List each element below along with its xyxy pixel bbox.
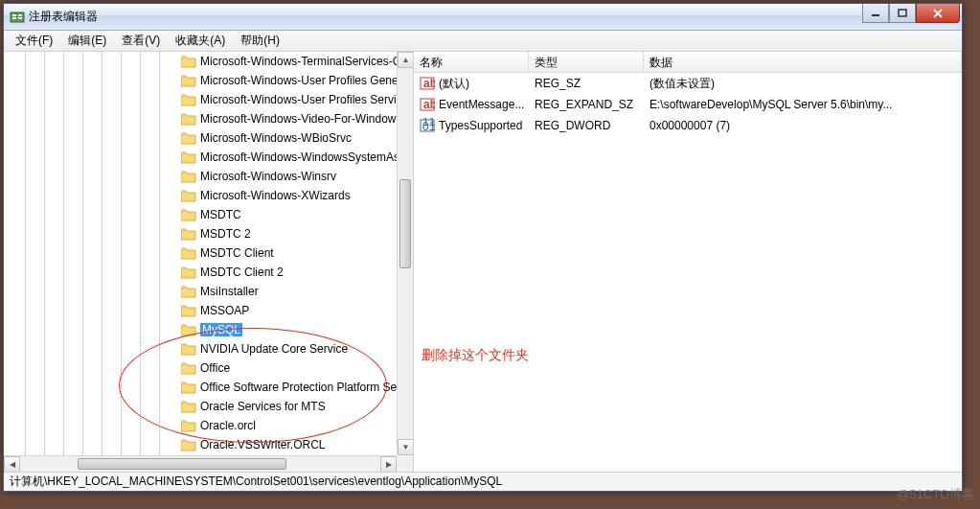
tree-node[interactable]: Microsoft-Windows-TerminalServices-C: [4, 52, 397, 71]
tree-vertical-scrollbar[interactable]: ▲ ▼: [397, 52, 413, 455]
list-header: 名称 类型 数据: [414, 52, 962, 73]
value-name: EventMessage...: [439, 98, 524, 111]
binary-value-icon: 110011: [420, 118, 435, 133]
folder-icon: [181, 438, 196, 451]
svg-rect-4: [18, 17, 22, 19]
vscroll-track[interactable]: [398, 68, 413, 439]
svg-rect-3: [18, 14, 22, 16]
tree-node[interactable]: Microsoft-Windows-XWizards: [4, 186, 397, 205]
folder-icon: [181, 361, 196, 375]
svg-rect-6: [899, 10, 906, 16]
tree-node[interactable]: Microsoft-Windows-WBioSrvc: [4, 128, 397, 148]
value-name: TypesSupported: [439, 119, 522, 132]
menu-help[interactable]: 帮助(H): [233, 31, 287, 51]
menu-file[interactable]: 文件(F): [8, 31, 60, 51]
hscroll-track[interactable]: [20, 456, 380, 472]
titlebar[interactable]: 注册表编辑器: [4, 4, 962, 31]
folder-icon: [181, 208, 196, 221]
folder-icon: [181, 55, 196, 68]
tree-node[interactable]: MSDTC 2: [4, 224, 397, 243]
tree-node-label: Office Software Protection Platform Ser: [200, 381, 397, 394]
tree-viewport[interactable]: Microsoft-Windows-TerminalServices-CMicr…: [4, 52, 397, 455]
tree-horizontal-scrollbar[interactable]: ◀ ▶: [4, 455, 397, 472]
scroll-up-button[interactable]: ▲: [398, 52, 414, 68]
scroll-down-button[interactable]: ▼: [398, 439, 414, 455]
tree-node[interactable]: MSDTC Client: [4, 243, 397, 263]
folder-icon: [181, 189, 196, 202]
tree-node-label: Microsoft-Windows-XWizards: [200, 189, 351, 202]
tree-node-label: Microsoft-Windows-WindowsSystemAs: [200, 150, 397, 164]
tree-node-label: NVIDIA Update Core Service: [200, 342, 348, 356]
values-pane: 名称 类型 数据 ab(默认)REG_SZ(数值未设置)abEventMessa…: [414, 52, 962, 472]
tree-node-label: Microsoft-Windows-User Profiles Gene: [200, 74, 397, 87]
tree-node-label: Microsoft-Windows-WBioSrvc: [200, 131, 352, 145]
tree-node[interactable]: Microsoft-Windows-WindowsSystemAs: [4, 148, 397, 167]
content-area: Microsoft-Windows-TerminalServices-CMicr…: [4, 52, 962, 472]
app-icon: [10, 10, 25, 25]
tree-node[interactable]: MSDTC Client 2: [4, 263, 397, 282]
tree-node[interactable]: Office Software Protection Platform Ser: [4, 378, 397, 397]
tree-node[interactable]: Office: [4, 359, 397, 378]
menu-view[interactable]: 查看(V): [114, 31, 168, 51]
tree-node[interactable]: Oracle.VSSWriter.ORCL: [4, 435, 397, 454]
column-name[interactable]: 名称: [414, 52, 529, 72]
folder-icon: [181, 112, 196, 126]
list-rows[interactable]: ab(默认)REG_SZ(数值未设置)abEventMessage...REG_…: [414, 73, 962, 472]
folder-icon: [181, 131, 196, 145]
folder-icon: [181, 246, 196, 260]
column-type[interactable]: 类型: [529, 52, 644, 72]
tree-node[interactable]: MySQL: [4, 320, 397, 339]
scroll-right-button[interactable]: ▶: [380, 456, 397, 473]
tree-node-label: MsiInstaller: [200, 285, 259, 298]
menu-edit[interactable]: 编辑(E): [60, 31, 114, 51]
scrollbar-corner: [397, 455, 413, 472]
tree-node[interactable]: Oracle.orcl: [4, 416, 397, 435]
string-value-icon: ab: [420, 97, 435, 112]
tree-node-label: MSDTC: [200, 208, 241, 221]
folder-icon: [181, 266, 196, 279]
tree-node[interactable]: NVIDIA Update Core Service: [4, 339, 397, 359]
window-title: 注册表编辑器: [29, 9, 862, 25]
status-path: 计算机\HKEY_LOCAL_MACHINE\SYSTEM\ControlSet…: [10, 474, 502, 490]
tree-node[interactable]: MSSOAP: [4, 301, 397, 320]
maximize-button[interactable]: [889, 4, 916, 23]
tree-node[interactable]: Microsoft-Windows-User Profiles Gene: [4, 71, 397, 90]
hscroll-thumb[interactable]: [78, 458, 286, 470]
folder-icon: [181, 419, 196, 432]
tree-node-label: Microsoft-Windows-Video-For-Window: [200, 112, 397, 126]
tree-node-label: MSSOAP: [200, 304, 249, 317]
scroll-left-button[interactable]: ◀: [4, 456, 20, 473]
tree-node[interactable]: Microsoft-Windows-User Profiles Servic: [4, 90, 397, 109]
tree-node[interactable]: MsiInstaller: [4, 282, 397, 301]
tree-node-label: Microsoft-Windows-User Profiles Servic: [200, 93, 397, 106]
column-data[interactable]: 数据: [644, 52, 962, 72]
list-row[interactable]: abEventMessage...REG_EXPAND_SZE:\softwar…: [414, 94, 962, 115]
tree-pane: Microsoft-Windows-TerminalServices-CMicr…: [4, 52, 414, 472]
value-type: REG_SZ: [529, 77, 644, 90]
close-button[interactable]: [916, 4, 960, 23]
svg-text:ab: ab: [423, 98, 435, 111]
tree-node[interactable]: Microsoft-Windows-Video-For-Window: [4, 109, 397, 128]
value-type: REG_DWORD: [529, 119, 644, 132]
minimize-button[interactable]: [862, 4, 889, 23]
vscroll-thumb[interactable]: [399, 179, 411, 268]
tree-node[interactable]: Microsoft-Windows-Winsrv: [4, 167, 397, 186]
tree-node[interactable]: MSDTC: [4, 205, 397, 224]
tree-node-label: MSDTC 2: [200, 227, 251, 241]
tree-node-label: MSDTC Client 2: [200, 266, 284, 279]
svg-rect-5: [872, 14, 879, 16]
folder-icon: [181, 227, 196, 241]
folder-icon: [181, 323, 196, 336]
tree-node-label: Office: [200, 361, 230, 375]
tree-node[interactable]: Oracle Services for MTS: [4, 397, 397, 416]
value-type: REG_EXPAND_SZ: [529, 98, 644, 111]
tree-node-label: Oracle.orcl: [200, 419, 256, 432]
watermark: @51CTO博客: [897, 486, 974, 503]
svg-rect-2: [12, 17, 16, 19]
value-data: 0x00000007 (7): [644, 119, 962, 132]
menu-favorites[interactable]: 收藏夹(A): [168, 31, 233, 51]
tree-node-label: MySQL: [200, 323, 242, 336]
list-row[interactable]: ab(默认)REG_SZ(数值未设置): [414, 73, 962, 94]
folder-icon: [181, 304, 196, 317]
list-row[interactable]: 110011TypesSupportedREG_DWORD0x00000007 …: [414, 115, 962, 136]
